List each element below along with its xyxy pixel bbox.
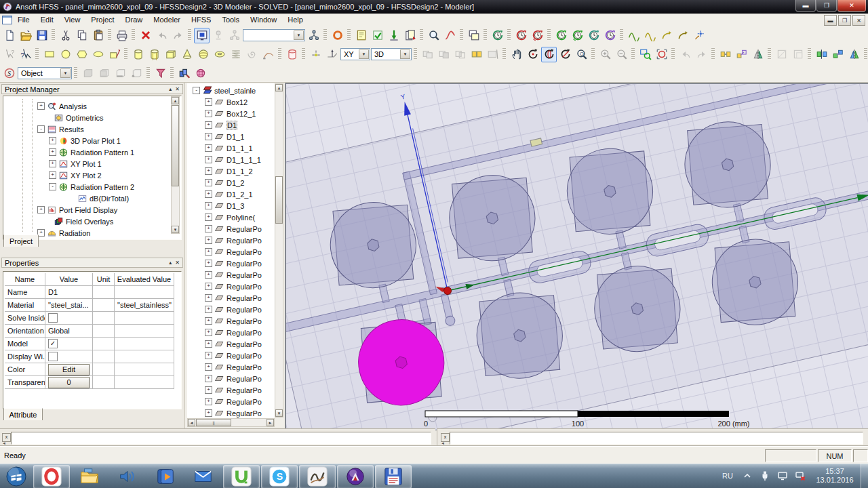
menu-hfss[interactable]: HFSS <box>186 14 216 25</box>
expand-icon[interactable]: + <box>205 237 212 244</box>
minimize-button[interactable]: ▬ <box>795 0 816 12</box>
nonmodel-cyl-icon[interactable] <box>284 47 300 62</box>
cut-icon[interactable] <box>58 28 73 43</box>
sine-yellow-icon[interactable] <box>642 28 658 43</box>
sine-green-icon[interactable] <box>626 28 642 43</box>
transparent-button[interactable]: 0 <box>48 377 90 388</box>
tree-item-regularpo[interactable]: +RegularPo <box>187 292 275 304</box>
tree-item-regularpo[interactable]: +RegularPo <box>187 281 275 292</box>
taskbar-app-squiggle[interactable] <box>299 465 336 488</box>
filter-funnel-icon[interactable] <box>153 65 168 81</box>
prop-solve-inside-unit[interactable] <box>93 312 115 325</box>
expand-icon[interactable]: + <box>205 306 212 313</box>
polyhedron-3d-icon[interactable] <box>146 47 162 62</box>
tree-item-regularpo[interactable]: +RegularPo <box>187 361 275 373</box>
move-dup-icon[interactable] <box>734 47 749 62</box>
clock-green-icon[interactable] <box>553 28 569 43</box>
zoom-magnifier-icon[interactable] <box>426 28 441 43</box>
prop-model-unit[interactable] <box>93 338 115 350</box>
move-x-icon[interactable] <box>717 47 733 62</box>
view-redo-icon[interactable] <box>694 47 709 62</box>
red-curve-icon[interactable] <box>442 28 458 43</box>
view-undo-icon[interactable] <box>677 47 693 62</box>
tree-item-regularpo[interactable]: +RegularPo <box>187 327 275 338</box>
tree-item-xy-plot-1[interactable]: +XY Plot 1 <box>3 158 181 169</box>
taskbar-app-volume[interactable] <box>109 465 146 488</box>
expand-icon[interactable]: + <box>49 137 56 144</box>
zoom-in-icon[interactable] <box>597 47 613 62</box>
project-manager-header[interactable]: Project Manager ▴✕ <box>1 84 183 94</box>
helix-3d-icon[interactable] <box>228 47 243 62</box>
rotate-2-icon[interactable] <box>541 47 557 62</box>
collapse-icon[interactable]: ▴ <box>169 260 172 266</box>
plane-sq-icon[interactable] <box>774 47 789 62</box>
menu-file[interactable]: File <box>12 14 35 25</box>
solid-gray-icon[interactable] <box>80 65 96 81</box>
tree-item-d1-1-1-1[interactable]: +D1_1_1_1 <box>187 154 275 165</box>
prop-material-evaluated-value[interactable]: "steel_stainless" <box>115 299 174 312</box>
progress-field[interactable] <box>450 432 863 445</box>
delete-x-icon[interactable] <box>138 28 153 43</box>
tree-item-regularpo[interactable]: +RegularPo <box>187 315 275 327</box>
prop-display-wi--value[interactable] <box>45 350 93 363</box>
expand-icon[interactable]: + <box>205 248 212 256</box>
taskbar-app-skype[interactable]: S <box>261 465 298 488</box>
collapse-icon[interactable]: - <box>37 125 45 133</box>
tree-item-regularpo[interactable]: +RegularPo <box>187 258 275 269</box>
tree-item-field-overlays[interactable]: Field Overlays <box>3 216 181 227</box>
project-tree[interactable]: +AnalysisOptimetrics-Results+3D Polar Pl… <box>3 96 182 240</box>
color-button[interactable]: Edit <box>48 364 90 375</box>
tree-item-regularpo[interactable]: +RegularPo <box>187 304 275 315</box>
prop-solve-inside-evaluated-value[interactable] <box>115 312 174 325</box>
expand-icon[interactable]: + <box>205 214 212 221</box>
expand-icon[interactable]: + <box>49 171 56 179</box>
probe-hand-icon[interactable] <box>691 28 707 43</box>
taskbar-app-explorer[interactable] <box>71 465 108 488</box>
tree-item-radiation-pattern-2[interactable]: -Radiation Pattern 2 <box>3 181 181 192</box>
expand-icon[interactable]: + <box>205 340 212 348</box>
expand-icon[interactable]: + <box>205 271 212 279</box>
prop-orientation-evaluated-value[interactable] <box>115 325 174 338</box>
plane-draw-icon[interactable] <box>324 47 340 62</box>
subtract-icon[interactable] <box>436 47 452 62</box>
expand-icon[interactable]: + <box>205 144 212 152</box>
expand-icon[interactable]: + <box>49 160 56 167</box>
expand-icon[interactable]: + <box>205 317 212 325</box>
prop-model-evaluated-value[interactable] <box>115 338 174 350</box>
print-icon[interactable] <box>114 28 130 43</box>
plane-sq2-icon[interactable] <box>790 47 806 62</box>
profile-doc-icon[interactable] <box>353 28 369 43</box>
xy-combo[interactable]: XY▼ <box>340 48 370 60</box>
tree-item-regularpo[interactable]: +RegularPo <box>187 338 275 350</box>
prop-material-value[interactable]: "steel_stai... <box>45 299 93 312</box>
tray-net-x-icon[interactable] <box>794 470 806 482</box>
scroll-left-icon[interactable]: ◄ <box>441 441 445 445</box>
menu-project[interactable]: Project <box>85 14 119 25</box>
tree-item-regularpo[interactable]: +RegularPo <box>187 373 275 384</box>
restore-button[interactable]: ❐ <box>816 0 837 12</box>
taskbar-app-opera[interactable] <box>33 465 70 488</box>
menu-draw[interactable]: Draw <box>120 14 149 25</box>
scroll-left-icon[interactable]: ◄ <box>2 441 6 445</box>
tree-item-xy-plot-2[interactable]: +XY Plot 2 <box>3 169 181 181</box>
clock-red-icon[interactable] <box>513 28 529 43</box>
start-button[interactable] <box>1 465 32 488</box>
expand-icon[interactable]: + <box>205 98 212 106</box>
model-tree-hscrollbar[interactable]: ◄ ⦀ ► <box>187 418 275 427</box>
redo-icon[interactable] <box>170 28 186 43</box>
box-cyl-3d-icon[interactable] <box>163 47 178 62</box>
tab-project[interactable]: Project <box>3 235 39 247</box>
move-b1-icon[interactable] <box>814 47 829 62</box>
expand-icon[interactable]: + <box>37 102 45 110</box>
mesh-pink-icon[interactable] <box>193 65 208 81</box>
expand-icon[interactable]: + <box>205 283 212 290</box>
close-icon[interactable]: ✕ <box>175 86 180 92</box>
copy-screen-icon[interactable] <box>466 28 481 43</box>
o-ring-icon[interactable] <box>330 28 345 43</box>
tree-item-d1[interactable]: +D1 <box>187 119 275 131</box>
spiral-3d-icon[interactable] <box>244 47 260 62</box>
tree-item-d1-1-2[interactable]: +D1_1_2 <box>187 165 275 177</box>
tray-display-icon[interactable] <box>776 470 789 482</box>
tree-item-d1-1-1[interactable]: +D1_1_1 <box>187 142 275 154</box>
menu-edit[interactable]: Edit <box>35 14 59 25</box>
